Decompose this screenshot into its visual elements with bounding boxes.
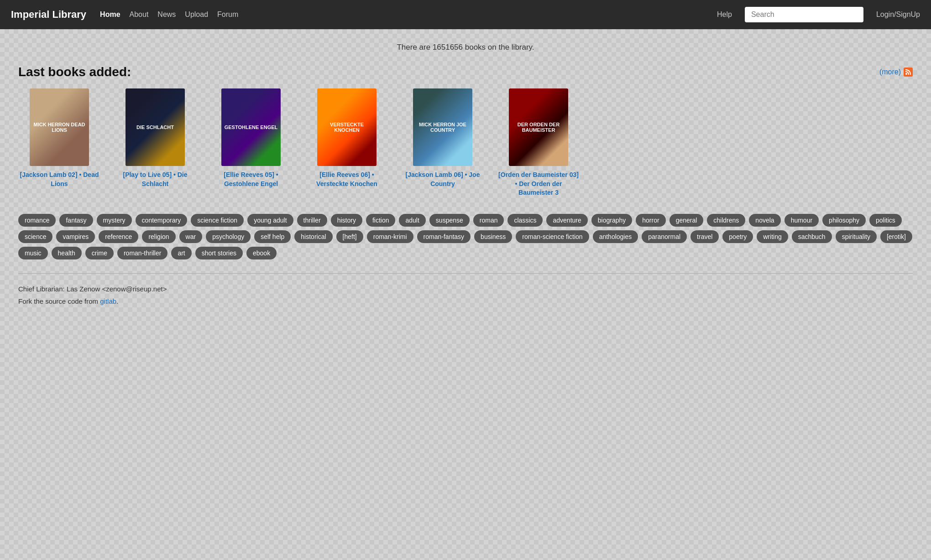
fork-info: Fork the source code from gitlab. xyxy=(18,295,913,307)
tag-badge[interactable]: business xyxy=(474,230,512,243)
tag-badge[interactable]: roman-science fiction xyxy=(516,230,589,243)
tag-badge[interactable]: science fiction xyxy=(191,214,244,227)
nav-news[interactable]: News xyxy=(157,10,176,19)
tags-container: romancefantasymysterycontemporaryscience… xyxy=(18,214,913,259)
login-signup-link[interactable]: Login/SignUp xyxy=(876,10,920,19)
tag-badge[interactable]: novela xyxy=(749,214,780,227)
footer: Chief Librarian: Las Zenow <zenow@riseup… xyxy=(18,283,913,307)
book-title-link[interactable]: [Jackson Lamb 02] • Dead Lions xyxy=(18,171,100,188)
tag-badge[interactable]: politics xyxy=(869,214,902,227)
tag-badge[interactable]: art xyxy=(171,247,191,259)
tag-badge[interactable]: biography xyxy=(591,214,633,227)
site-title[interactable]: Imperial Library xyxy=(11,9,86,21)
tag-badge[interactable]: science xyxy=(18,230,52,243)
tag-badge[interactable]: sachbuch xyxy=(792,230,832,243)
book-item[interactable]: DER ORDEN DER BAUMEISTER[Orden der Baume… xyxy=(497,88,580,197)
tag-badge[interactable]: fiction xyxy=(366,214,396,227)
tag-badge[interactable]: suspense xyxy=(429,214,470,227)
librarian-info: Chief Librarian: Las Zenow <zenow@riseup… xyxy=(18,283,913,295)
tag-badge[interactable]: reference xyxy=(99,230,138,243)
svg-point-0 xyxy=(905,73,907,75)
book-cover: VERSTECKTE KNOCHEN xyxy=(317,88,377,166)
tag-badge[interactable]: humour xyxy=(785,214,819,227)
rss-icon[interactable] xyxy=(904,67,913,77)
navbar: Imperial Library Home About News Upload … xyxy=(0,0,931,29)
tag-badge[interactable]: short stories xyxy=(195,247,243,259)
fork-text-pre: Fork the source code from xyxy=(18,297,100,305)
tag-badge[interactable]: [heft] xyxy=(336,230,363,243)
nav-about[interactable]: About xyxy=(130,10,149,19)
fork-text-post: . xyxy=(116,297,118,305)
tag-badge[interactable]: war xyxy=(179,230,203,243)
more-link-area: (more) xyxy=(879,67,913,77)
tag-badge[interactable]: psychology xyxy=(206,230,251,243)
book-cover: GESTOHLENE ENGEL xyxy=(221,88,281,166)
help-link[interactable]: Help xyxy=(717,10,732,19)
last-books-title: Last books added: xyxy=(18,65,131,79)
tag-badge[interactable]: contemporary xyxy=(136,214,188,227)
book-title-link[interactable]: [Orden der Baumeister 03] • Der Orden de… xyxy=(497,171,580,197)
tag-badge[interactable]: health xyxy=(52,247,82,259)
divider xyxy=(18,273,913,274)
books-grid: MICK HERRON DEAD LIONS[Jackson Lamb 02] … xyxy=(18,88,913,197)
tag-badge[interactable]: general xyxy=(669,214,704,227)
nav-home[interactable]: Home xyxy=(100,10,120,19)
tag-badge[interactable]: roman xyxy=(473,214,504,227)
tag-badge[interactable]: roman-fantasy xyxy=(417,230,471,243)
search-input[interactable] xyxy=(745,7,863,22)
tag-badge[interactable]: fantasy xyxy=(59,214,93,227)
book-title-link[interactable]: [Jackson Lamb 06] • Joe Country xyxy=(402,171,484,188)
tag-badge[interactable]: self help xyxy=(254,230,291,243)
book-item[interactable]: DIE SCHLACHT[Play to Live 05] • Die Schl… xyxy=(114,88,196,197)
book-cover: DER ORDEN DER BAUMEISTER xyxy=(509,88,568,166)
book-item[interactable]: GESTOHLENE ENGEL[Ellie Reeves 05] • Gest… xyxy=(210,88,292,197)
last-books-header: Last books added: (more) xyxy=(18,65,913,79)
tag-badge[interactable]: roman-krimi xyxy=(367,230,413,243)
tag-badge[interactable]: adult xyxy=(399,214,425,227)
book-title-link[interactable]: [Play to Live 05] • Die Schlacht xyxy=(114,171,196,188)
book-cover: DIE SCHLACHT xyxy=(126,88,185,166)
tag-badge[interactable]: historical xyxy=(294,230,332,243)
tag-badge[interactable]: [erotik] xyxy=(880,230,912,243)
tag-badge[interactable]: religion xyxy=(142,230,175,243)
tag-badge[interactable]: poetry xyxy=(722,230,753,243)
tag-badge[interactable]: paranormal xyxy=(642,230,687,243)
more-link[interactable]: (more) xyxy=(879,68,901,76)
tag-badge[interactable]: young adult xyxy=(247,214,293,227)
book-title-link[interactable]: [Ellie Reeves 06] • Versteckte Knochen xyxy=(306,171,388,188)
tag-badge[interactable]: history xyxy=(331,214,362,227)
tag-badge[interactable]: travel xyxy=(690,230,719,243)
gitlab-link[interactable]: gitlab xyxy=(100,297,116,305)
book-item[interactable]: MICK HERRON JOE COUNTRY[Jackson Lamb 06]… xyxy=(402,88,484,197)
book-item[interactable]: VERSTECKTE KNOCHEN[Ellie Reeves 06] • Ve… xyxy=(306,88,388,197)
tag-badge[interactable]: ebook xyxy=(246,247,277,259)
book-cover: MICK HERRON JOE COUNTRY xyxy=(413,88,472,166)
nav-upload[interactable]: Upload xyxy=(185,10,208,19)
tag-badge[interactable]: adventure xyxy=(546,214,587,227)
tag-badge[interactable]: writing xyxy=(757,230,788,243)
book-item[interactable]: MICK HERRON DEAD LIONS[Jackson Lamb 02] … xyxy=(18,88,100,197)
tag-badge[interactable]: roman-thriller xyxy=(117,247,167,259)
tag-badge[interactable]: romance xyxy=(18,214,56,227)
book-count-text: There are 1651656 books on the library. xyxy=(18,43,913,52)
main-content: There are 1651656 books on the library. … xyxy=(0,29,931,560)
tag-badge[interactable]: vampires xyxy=(56,230,95,243)
tag-badge[interactable]: anthologies xyxy=(593,230,638,243)
tag-badge[interactable]: music xyxy=(18,247,48,259)
tag-badge[interactable]: spirituality xyxy=(836,230,877,243)
nav-forum[interactable]: Forum xyxy=(217,10,238,19)
book-cover: MICK HERRON DEAD LIONS xyxy=(30,88,89,166)
tags-section: romancefantasymysterycontemporaryscience… xyxy=(18,214,913,259)
tag-badge[interactable]: thriller xyxy=(297,214,327,227)
tag-badge[interactable]: crime xyxy=(85,247,114,259)
tag-badge[interactable]: mystery xyxy=(97,214,132,227)
tag-badge[interactable]: childrens xyxy=(707,214,745,227)
tag-badge[interactable]: horror xyxy=(636,214,665,227)
book-title-link[interactable]: [Ellie Reeves 05] • Gestohlene Engel xyxy=(210,171,292,188)
tag-badge[interactable]: classics xyxy=(507,214,543,227)
tag-badge[interactable]: philosophy xyxy=(822,214,866,227)
